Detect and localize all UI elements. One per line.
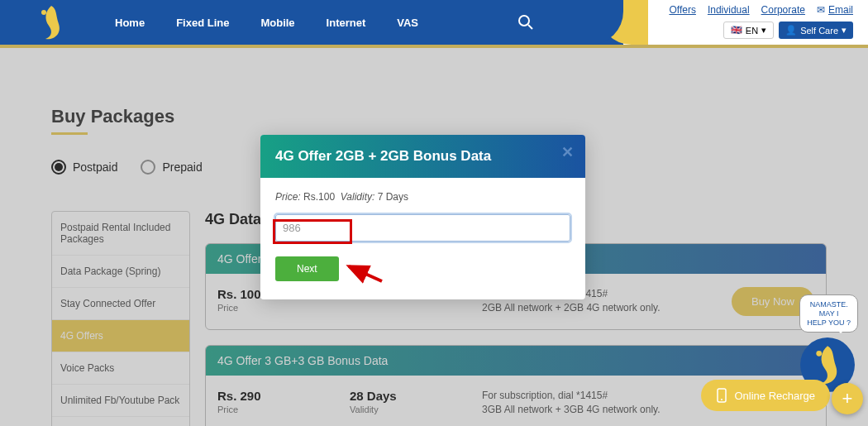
next-button[interactable]: Next — [275, 256, 339, 281]
add-button[interactable]: + — [832, 383, 863, 414]
language-selector[interactable]: 🇬🇧 EN ▾ — [723, 22, 774, 39]
chat-tooltip: NAMASTE. MAY I HELP YOU ? — [799, 294, 858, 333]
search-icon[interactable] — [517, 14, 534, 31]
logo[interactable] — [29, 0, 74, 45]
link-email[interactable]: ✉ Email — [817, 4, 853, 16]
svg-point-6 — [721, 399, 723, 400]
nav-vas[interactable]: VAS — [397, 17, 418, 29]
chevron-down-icon: ▾ — [761, 25, 766, 36]
self-care-button[interactable]: 👤 Self Care ▾ — [779, 22, 853, 39]
modal-price-validity: Price: Rs.100 Validity: 7 Days — [275, 191, 570, 203]
online-recharge-button[interactable]: Online Recharge — [701, 380, 830, 411]
close-icon[interactable]: ✕ — [561, 143, 574, 161]
phone-icon — [716, 388, 727, 403]
svg-point-4 — [816, 351, 822, 357]
offer-modal: 4G Offer 2GB + 2GB Bonus Data ✕ Price: R… — [260, 135, 585, 299]
phone-input[interactable] — [275, 214, 570, 242]
top-utility-links: Offers Individual Corporate ✉ Email — [669, 4, 853, 16]
svg-line-2 — [528, 25, 532, 29]
flag-icon: 🇬🇧 — [731, 25, 742, 36]
nav-mobile[interactable]: Mobile — [260, 17, 294, 29]
plus-icon: + — [842, 388, 853, 409]
email-icon: ✉ — [817, 4, 825, 16]
modal-title: 4G Offer 2GB + 2GB Bonus Data — [275, 148, 491, 164]
link-corporate[interactable]: Corporate — [761, 4, 805, 16]
link-offers[interactable]: Offers — [669, 4, 695, 16]
nav-internet[interactable]: Internet — [327, 17, 366, 29]
email-label: Email — [828, 4, 853, 16]
nav-fixed-line[interactable]: Fixed Line — [176, 17, 229, 29]
link-individual[interactable]: Individual — [708, 4, 750, 16]
online-recharge-label: Online Recharge — [734, 390, 815, 402]
svg-point-1 — [519, 16, 529, 26]
chevron-down-icon: ▾ — [842, 25, 847, 36]
language-label: EN — [746, 26, 758, 36]
svg-point-0 — [41, 10, 46, 15]
nav-home[interactable]: Home — [115, 17, 145, 29]
user-icon: 👤 — [785, 25, 797, 36]
self-care-label: Self Care — [800, 26, 838, 36]
